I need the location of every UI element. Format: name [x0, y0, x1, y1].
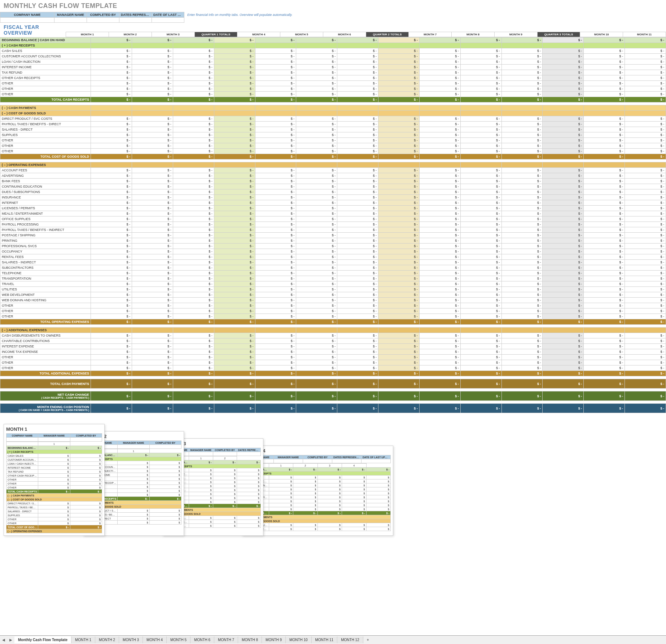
value-cell[interactable]: $ -	[214, 65, 255, 70]
value-cell[interactable]: $ -	[296, 254, 337, 260]
value-cell[interactable]: $ -	[337, 349, 378, 355]
value-cell[interactable]: $ -	[625, 308, 666, 314]
value-cell[interactable]: $ -	[584, 48, 625, 54]
value-cell[interactable]: $ -	[173, 59, 214, 65]
value-cell[interactable]: $ -	[296, 65, 337, 70]
value-cell[interactable]: $ -	[543, 260, 584, 265]
value-cell[interactable]: $ -	[460, 189, 501, 195]
value-cell[interactable]: $ -	[378, 122, 420, 127]
value-cell[interactable]: $ -	[625, 211, 666, 216]
value-cell[interactable]: $ -	[337, 254, 378, 260]
value-cell[interactable]: $ -	[296, 195, 337, 200]
value-cell[interactable]: $ -	[460, 138, 501, 143]
value-cell[interactable]: $ -	[378, 333, 420, 338]
value-cell[interactable]: $ -	[214, 86, 255, 92]
value-cell[interactable]: $ -	[543, 265, 584, 271]
value-cell[interactable]: $ -	[501, 292, 543, 298]
value-cell[interactable]: $ -	[255, 355, 296, 360]
value-cell[interactable]: $ -	[91, 349, 132, 355]
value-cell[interactable]: $ -	[337, 308, 378, 314]
value-cell[interactable]: $ -	[255, 314, 296, 319]
value-cell[interactable]: $ -	[91, 227, 132, 233]
value-cell[interactable]: $ -	[543, 303, 584, 308]
value-cell[interactable]: $ -	[296, 70, 337, 75]
value-cell[interactable]: $ -	[296, 116, 337, 122]
value-cell[interactable]: $ -	[501, 149, 543, 154]
value-cell[interactable]: $ -	[419, 249, 460, 254]
value-cell[interactable]: $ -	[214, 149, 255, 154]
value-cell[interactable]: $ -	[460, 184, 501, 189]
value-cell[interactable]: $ -	[214, 168, 255, 173]
value-cell[interactable]: $ -	[214, 355, 255, 360]
value-cell[interactable]: $ -	[91, 168, 132, 173]
value-cell[interactable]: $ -	[91, 308, 132, 314]
value-cell[interactable]: $ -	[173, 254, 214, 260]
value-cell[interactable]: $ -	[337, 132, 378, 138]
value-cell[interactable]: $ -	[584, 143, 625, 149]
value-cell[interactable]: $ -	[214, 271, 255, 276]
value-cell[interactable]: $ -	[460, 276, 501, 281]
value-cell[interactable]: $ -	[91, 59, 132, 65]
value-cell[interactable]: $ -	[296, 287, 337, 292]
value-cell[interactable]: $ -	[91, 54, 132, 59]
mini-meta-cell[interactable]	[118, 445, 149, 449]
value-cell[interactable]: $ -	[460, 292, 501, 298]
value-cell[interactable]: $ -	[214, 143, 255, 149]
value-cell[interactable]: $ -	[173, 211, 214, 216]
value-cell[interactable]: $ -	[91, 260, 132, 265]
value-cell[interactable]: $ -	[543, 48, 584, 54]
value-cell[interactable]: $ -	[501, 338, 543, 344]
value-cell[interactable]: $ -	[419, 132, 460, 138]
value-cell[interactable]: $ -	[625, 276, 666, 281]
value-cell[interactable]: $ -	[584, 276, 625, 281]
value-cell[interactable]: $ -	[584, 238, 625, 244]
value-cell[interactable]: $ -	[337, 314, 378, 319]
value-cell[interactable]: $ -	[91, 281, 132, 287]
value-cell[interactable]: $ -	[173, 265, 214, 271]
value-cell[interactable]: $ -	[91, 271, 132, 276]
mini-meta-cell[interactable]	[362, 459, 391, 463]
value-cell[interactable]: $ -	[296, 200, 337, 206]
value-cell[interactable]: $ -	[91, 75, 132, 81]
value-cell[interactable]: $ -	[255, 216, 296, 222]
value-cell[interactable]: $ -	[91, 216, 132, 222]
value-cell[interactable]: $ -	[337, 54, 378, 59]
value-cell[interactable]: $ -	[173, 360, 214, 365]
value-cell[interactable]: $ -	[296, 308, 337, 314]
value-cell[interactable]: $ -	[337, 189, 378, 195]
value-cell[interactable]: $ -	[584, 92, 625, 97]
value-cell[interactable]: $ -	[501, 81, 543, 86]
value-cell[interactable]: $ -	[296, 265, 337, 271]
value-cell[interactable]: $ -	[460, 360, 501, 365]
value-cell[interactable]: $ -	[378, 292, 420, 298]
value-cell[interactable]: $ -	[378, 116, 420, 122]
value-cell[interactable]: $ -	[584, 244, 625, 249]
value-cell[interactable]: $ -	[296, 333, 337, 338]
value-cell[interactable]: $ -	[460, 260, 501, 265]
value-cell[interactable]: $ -	[460, 116, 501, 122]
value-cell[interactable]: $ -	[173, 195, 214, 200]
value-cell[interactable]: $ -	[91, 292, 132, 298]
value-cell[interactable]: $ -	[296, 132, 337, 138]
value-cell[interactable]: $ -	[543, 271, 584, 276]
value-cell[interactable]: $ -	[214, 314, 255, 319]
value-cell[interactable]: $ -	[255, 249, 296, 254]
value-cell[interactable]: $ -	[419, 260, 460, 265]
value-cell[interactable]: $ -	[419, 38, 460, 43]
value-cell[interactable]: $ -	[543, 143, 584, 149]
value-cell[interactable]: $ -	[255, 65, 296, 70]
value-cell[interactable]: $ -	[378, 244, 420, 249]
value-cell[interactable]: $ -	[378, 308, 420, 314]
value-cell[interactable]: $ -	[419, 65, 460, 70]
value-cell[interactable]: $ -	[584, 292, 625, 298]
value-cell[interactable]: $ -	[584, 233, 625, 238]
value-cell[interactable]: $ -	[460, 227, 501, 233]
value-cell[interactable]: $ -	[132, 260, 173, 265]
value-cell[interactable]: $ -	[337, 92, 378, 97]
value-cell[interactable]: $ -	[91, 200, 132, 206]
value-cell[interactable]: $ -	[460, 287, 501, 292]
value-cell[interactable]: $ -	[501, 184, 543, 189]
value-cell[interactable]: $ -	[173, 276, 214, 281]
value-cell[interactable]: $ -	[501, 365, 543, 371]
value-cell[interactable]: $ -	[173, 344, 214, 349]
